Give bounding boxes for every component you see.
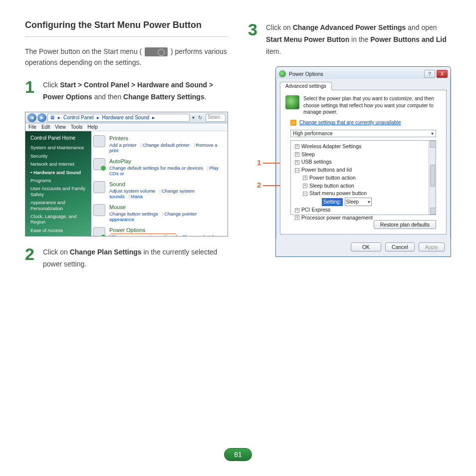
tab-advanced-settings[interactable]: Advanced settings [280, 82, 332, 90]
power-options-dialog: Power Options ? X Advanced settings Sele… [275, 66, 451, 257]
step-number: 3 [248, 22, 261, 57]
expand-icon[interactable]: + [295, 208, 299, 213]
divider [25, 36, 228, 37]
step-number: 1 [25, 79, 38, 103]
dialog-button-bar: OK Cancel Apply [276, 238, 451, 256]
forward-button-icon[interactable]: ► [37, 113, 46, 122]
printers-icon [93, 135, 105, 147]
tree-item[interactable]: +PCI Express [295, 206, 434, 214]
collapse-icon[interactable]: – [303, 192, 307, 196]
cancel-button[interactable]: Cancel [385, 242, 415, 251]
crumb-control-panel[interactable]: Control Panel [63, 115, 94, 120]
dialog-title: Power Options [289, 71, 323, 77]
tree-item[interactable]: +USB settings [295, 158, 434, 166]
sidebar-item[interactable]: Programs [30, 178, 86, 183]
page-number: 81 [224, 448, 252, 461]
sidebar-item[interactable]: System and Maintenance [30, 145, 86, 150]
dialog-title-bar: Power Options ? X [276, 67, 451, 79]
tree-item[interactable]: +Wireless Adapter Settings [295, 143, 434, 151]
control-panel-main: Printers Add a printer|Change default pr… [91, 131, 228, 236]
tree-item[interactable]: +Sleep button action [303, 182, 434, 190]
power-plan-dropdown[interactable]: High performance ▾ [290, 130, 436, 137]
menu-help[interactable]: Help [87, 124, 98, 130]
expand-icon[interactable]: + [303, 184, 307, 188]
sidebar-item[interactable]: Network and Internet [30, 161, 86, 167]
menu-edit[interactable]: Edit [41, 124, 50, 130]
expand-icon[interactable]: + [295, 216, 299, 220]
cp-printers: Printers Add a printer|Change default pr… [93, 135, 226, 153]
refresh-icon[interactable]: ↻ [197, 115, 204, 120]
step-3-text: Click on Change Advanced Power Settings … [266, 22, 451, 57]
power-plan-icon [285, 95, 299, 109]
cp-heading[interactable]: Power Options [109, 227, 226, 233]
step-3: 3 Click on Change Advanced Power Setting… [248, 22, 451, 57]
crumb-dropdown-icon[interactable]: ▾ [190, 115, 197, 120]
cp-heading[interactable]: Mouse [109, 204, 226, 210]
tree-item-start-menu-power-button[interactable]: –Start menu power button [303, 190, 434, 198]
cp-mouse: Mouse Change button settings|Change poin… [93, 204, 226, 222]
cp-heading[interactable]: Sound [109, 181, 226, 187]
tree-item[interactable]: +Power button action [303, 174, 434, 182]
back-button-icon[interactable]: ◄ [27, 113, 36, 122]
screenshot-power-options-dialog: 1 2 Power Options ? X Advance [248, 66, 451, 257]
intro-before: The Power button on the Start menu ( [25, 47, 142, 55]
chevron-down-icon: ▾ [368, 198, 370, 206]
collapse-icon[interactable]: – [295, 168, 299, 173]
setting-dropdown[interactable]: Sleep▾ [345, 198, 372, 206]
sidebar-item[interactable]: Clock, Language, and Region [30, 214, 86, 225]
power-icon [279, 70, 286, 77]
cp-autoplay: AutoPlay Change default settings for med… [93, 158, 226, 176]
explorer-nav-bar: ◄ ► 🖥 ▸ Control Panel ▸ Hardware and Sou… [25, 112, 228, 123]
help-button[interactable]: ? [424, 70, 435, 78]
crumb-hardware-sound[interactable]: Hardware and Sound [102, 115, 150, 120]
cp-heading[interactable]: AutoPlay [109, 158, 226, 164]
autoplay-icon [93, 158, 105, 170]
dialog-description: Select the power plan that you want to c… [303, 95, 441, 116]
breadcrumb[interactable]: 🖥 ▸ Control Panel ▸ Hardware and Sound ▸ [47, 114, 190, 122]
settings-tree: +Wireless Adapter Settings +Sleep +USB s… [290, 140, 436, 215]
sidebar-header[interactable]: Control Panel Home [30, 135, 86, 141]
change-unavailable-link[interactable]: Change settings that are currently unava… [290, 120, 441, 126]
cp-sound: Sound Adjust system volume|Change system… [93, 181, 226, 199]
setting-label: Setting: [322, 198, 343, 206]
cp-power-options: Power Options Change power-saving settin… [93, 227, 226, 236]
expand-icon[interactable]: + [295, 144, 299, 149]
tree-item[interactable]: +Processor power management [295, 214, 434, 222]
sidebar-item[interactable]: Ease of Access [30, 228, 86, 233]
callout-2: 2 [257, 181, 261, 189]
search-input[interactable]: Searc [206, 114, 226, 122]
sidebar-item[interactable]: Appearance and Personalization [30, 200, 86, 211]
tree-item-power-buttons-lid[interactable]: –Power buttons and lid [295, 166, 434, 174]
tree-item[interactable]: +Sleep [295, 151, 434, 159]
menu-tools[interactable]: Tools [71, 124, 82, 130]
step-2-text: Click on Change Plan Settings in the cur… [43, 246, 228, 270]
menu-file[interactable]: File [28, 124, 36, 130]
power-options-icon [93, 227, 105, 236]
menu-bar: File Edit View Tools Help [25, 123, 228, 131]
ok-button[interactable]: OK [351, 242, 381, 251]
sidebar-item[interactable]: Security [30, 153, 86, 159]
screenshot-control-panel: ◄ ► 🖥 ▸ Control Panel ▸ Hardware and Sou… [25, 112, 228, 237]
power-button-icon [145, 47, 168, 56]
expand-icon[interactable]: + [295, 160, 299, 165]
change-power-saving-link[interactable]: Change power-saving settings [109, 234, 177, 236]
expand-icon[interactable]: + [303, 176, 307, 180]
tab-bar: Advanced settings [276, 79, 451, 90]
scrollbar-thumb[interactable] [430, 165, 435, 187]
step-1: 1 Click Start > Control Panel > Hardware… [25, 79, 228, 103]
apply-button[interactable]: Apply [419, 242, 445, 251]
sidebar-item-hardware-sound[interactable]: Hardware and Sound [30, 170, 86, 175]
page-title: Configuring the Start Menu Power Button [25, 20, 228, 30]
dialog-pane: Select the power plan that you want to c… [280, 90, 447, 235]
step-2: 2 Click on Change Plan Settings in the c… [25, 246, 228, 270]
folder-icon: 🖥 [50, 115, 55, 120]
sidebar-item[interactable]: Additional Options [30, 236, 86, 236]
cp-heading[interactable]: Printers [109, 135, 226, 141]
expand-icon[interactable]: + [295, 152, 299, 157]
scrollbar[interactable] [429, 141, 436, 215]
menu-view[interactable]: View [55, 124, 66, 130]
sidebar-item[interactable]: User Accounts and Family Safety [30, 186, 86, 197]
close-button[interactable]: X [437, 70, 448, 78]
callout-1: 1 [257, 158, 261, 167]
step-number: 2 [25, 246, 38, 270]
